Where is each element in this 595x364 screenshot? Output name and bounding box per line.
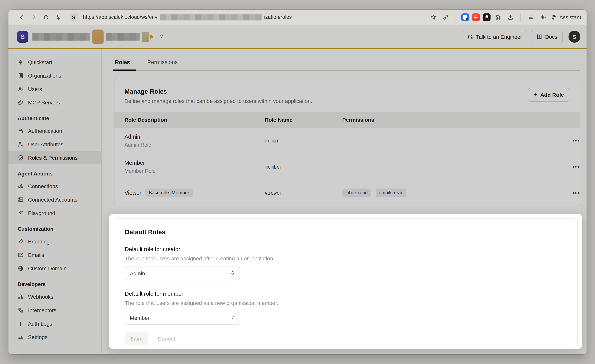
site-favicon: S <box>70 13 78 21</box>
save-button[interactable]: Save <box>125 332 148 345</box>
browser-window: S https://app.scalekit.cloud/ws/env izat… <box>8 10 587 354</box>
link-icon[interactable] <box>441 13 450 22</box>
creator-role-value: Admin <box>130 270 145 276</box>
assistant-label: Assistant <box>559 14 581 20</box>
puzzle-icon[interactable] <box>494 13 503 22</box>
address-bar[interactable]: https://app.scalekit.cloud/ws/env izatio… <box>83 14 425 20</box>
screen: S https://app.scalekit.cloud/ws/env izat… <box>0 0 595 364</box>
forward-icon[interactable] <box>29 13 38 22</box>
member-role-label: Default role for member <box>125 291 567 297</box>
default-roles-card: Default Roles Default role for creator T… <box>114 218 578 344</box>
cancel-button[interactable]: Cancel <box>152 332 181 345</box>
creator-role-select[interactable]: Admin <box>125 266 240 280</box>
default-roles-spotlight: Default Roles Default role for creator T… <box>109 214 582 349</box>
default-roles-title: Default Roles <box>125 228 567 236</box>
member-role-description: The role that users are assigned as a ne… <box>125 300 567 306</box>
reader-list-icon[interactable] <box>526 13 535 22</box>
member-role-value: Member <box>130 315 150 321</box>
creator-role-description: The role that users are assigned after c… <box>125 255 567 261</box>
redacted-url-text <box>160 14 262 20</box>
assistant-icon <box>551 14 557 20</box>
mic-icon[interactable] <box>54 13 63 22</box>
toolbar-divider <box>520 13 521 21</box>
url-prefix: https://app.scalekit.cloud/ws/env <box>83 14 157 20</box>
back-icon[interactable] <box>17 13 26 22</box>
waveform-icon[interactable] <box>538 13 548 22</box>
chevron-up-down-icon <box>230 315 235 321</box>
star-icon[interactable] <box>429 13 438 22</box>
browser-toolbar: S https://app.scalekit.cloud/ws/env izat… <box>8 10 587 25</box>
hash-extension-icon[interactable]: # <box>483 13 490 21</box>
member-role-select[interactable]: Member <box>125 311 240 325</box>
assistant-button[interactable]: Assistant <box>551 14 581 20</box>
blocker-extension-icon[interactable] <box>472 13 480 21</box>
download-icon[interactable] <box>506 13 515 22</box>
scalekit-app: S Talk to an Engineer <box>8 25 587 354</box>
chevron-up-down-icon <box>230 270 235 276</box>
url-suffix: ization/roles <box>264 14 292 20</box>
toolbar-divider <box>456 13 456 21</box>
creator-role-label: Default role for creator <box>125 246 567 252</box>
password-extension-icon[interactable] <box>461 13 469 21</box>
reload-icon[interactable] <box>42 13 51 22</box>
